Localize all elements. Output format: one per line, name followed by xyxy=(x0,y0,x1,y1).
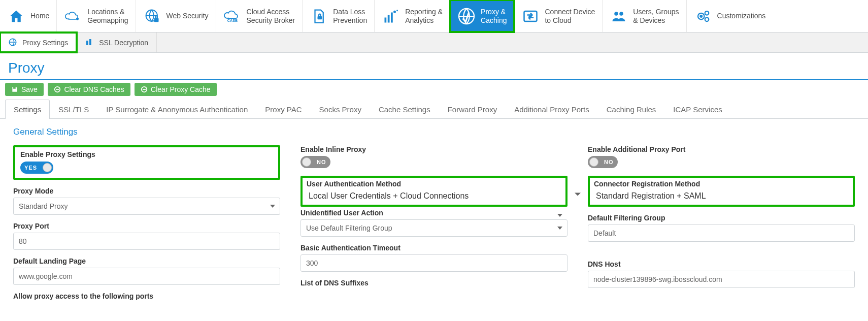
svg-rect-6 xyxy=(388,15,390,22)
enable-add-port-field: Enable Additional Proxy Port NO xyxy=(588,145,855,169)
sub-nav: Proxy Settings SSL Decryption xyxy=(0,33,868,53)
svg-rect-20 xyxy=(89,39,91,45)
nav-label: Customizations xyxy=(717,12,766,20)
enable-inline-toggle[interactable]: NO xyxy=(301,156,330,168)
minus-circle-icon xyxy=(141,86,148,93)
svg-rect-5 xyxy=(385,17,387,22)
nav-label: Proxy & Caching xyxy=(481,8,507,24)
proxy-mode-field: Proxy Mode Standard Proxy xyxy=(13,187,280,215)
allow-ports-field: Allow proxy access to the following port… xyxy=(13,292,280,300)
toggle-value: NO xyxy=(313,159,330,165)
nav-connect-device[interactable]: Connect Device to Cloud xyxy=(514,0,603,32)
connector-reg-value: Standard Registration + SAML xyxy=(594,190,849,202)
default-group-value[interactable]: Default xyxy=(588,224,855,242)
settings-tabs: Settings SSL/TLS IP Surrogate & Anonymou… xyxy=(0,99,868,119)
auth-method-label: User Authentication Method xyxy=(307,180,561,188)
nav-home[interactable]: Home xyxy=(0,0,57,32)
tab-ip-surrogate[interactable]: IP Surrogate & Anonymous Authentication xyxy=(97,100,256,119)
nav-label: Connect Device to Cloud xyxy=(545,8,595,24)
enable-inline-label: Enable Inline Proxy xyxy=(301,145,567,153)
dns-host-input[interactable] xyxy=(588,271,855,288)
svg-point-16 xyxy=(705,11,709,15)
tab-proxy-pac[interactable]: Proxy PAC xyxy=(256,100,310,119)
dns-suffixes-label: List of DNS Suffixes xyxy=(301,279,567,287)
unidentified-label: Unidentified User Action xyxy=(301,209,567,217)
ssl-icon xyxy=(85,38,95,48)
connector-reg-label: Connector Registration Method xyxy=(594,180,849,188)
toggle-value: NO xyxy=(600,159,618,165)
basic-timeout-input[interactable] xyxy=(301,254,567,272)
subtab-ssl-decryption[interactable]: SSL Decryption xyxy=(77,33,157,52)
nav-label: Locations & Geomapping xyxy=(87,8,128,24)
nav-reporting[interactable]: Reporting & Analytics xyxy=(375,0,450,32)
nav-dlp[interactable]: Data Loss Prevention xyxy=(303,0,375,32)
unidentified-field: Unidentified User Action Use Default Fil… xyxy=(301,209,567,237)
basic-timeout-field: Basic Authentication Timeout xyxy=(301,244,567,272)
proxy-port-input[interactable] xyxy=(13,233,280,250)
default-group-label: Default Filtering Group xyxy=(588,214,855,222)
home-icon xyxy=(7,7,25,25)
nav-customizations[interactable]: Customizations xyxy=(687,0,773,32)
tab-additional-ports[interactable]: Additional Proxy Ports xyxy=(506,100,598,119)
subtab-proxy-settings[interactable]: Proxy Settings xyxy=(0,33,77,52)
nav-proxy-caching[interactable]: Proxy & Caching xyxy=(450,0,514,32)
nav-label: Home xyxy=(30,12,49,20)
svg-rect-4 xyxy=(318,16,322,19)
button-label: Clear Proxy Cache xyxy=(151,85,211,93)
file-lock-icon xyxy=(310,7,328,25)
button-label: Save xyxy=(21,85,38,93)
svg-point-12 xyxy=(615,12,619,16)
tab-settings[interactable]: Settings xyxy=(5,100,50,119)
svg-rect-19 xyxy=(86,41,88,45)
nav-users-groups[interactable]: Users, Groups & Devices xyxy=(603,0,686,32)
tab-ssl-tls[interactable]: SSL/TLS xyxy=(50,100,97,119)
basic-timeout-label: Basic Authentication Timeout xyxy=(301,244,567,252)
gears-icon xyxy=(694,7,712,25)
nav-label: Cloud Access Security Broker xyxy=(247,8,295,24)
nav-locations[interactable]: Locations & Geomapping xyxy=(57,0,136,32)
column-left: Enable Proxy Settings YES Proxy Mode Sta… xyxy=(13,145,280,307)
nav-casb[interactable]: CASB Cloud Access Security Broker xyxy=(216,0,303,32)
subtab-label: SSL Decryption xyxy=(99,39,148,47)
connector-reg-highlight: Connector Registration Method Standard R… xyxy=(588,176,855,207)
default-group-field: Default Filtering Group Default xyxy=(588,214,855,242)
svg-point-15 xyxy=(700,15,702,17)
casb-icon: CASB xyxy=(223,7,242,25)
proxy-mode-select[interactable]: Standard Proxy xyxy=(13,198,280,215)
svg-point-9 xyxy=(396,10,398,11)
enable-proxy-highlight: Enable Proxy Settings YES xyxy=(13,145,280,180)
tab-cache-settings[interactable]: Cache Settings xyxy=(370,100,439,119)
landing-page-input[interactable] xyxy=(13,268,280,285)
allow-ports-label: Allow proxy access to the following port… xyxy=(13,292,280,300)
enable-proxy-toggle[interactable]: YES xyxy=(20,162,53,174)
minus-circle-icon xyxy=(54,86,61,93)
proxy-port-label: Proxy Port xyxy=(13,222,280,230)
nav-label: Data Loss Prevention xyxy=(333,8,367,24)
button-label: Clear DNS Caches xyxy=(64,85,124,93)
toggle-knob xyxy=(589,157,598,167)
auth-method-highlight: User Authentication Method Local User Cr… xyxy=(301,176,567,207)
unidentified-select[interactable]: Use Default Filtering Group xyxy=(301,219,567,237)
nav-label: Users, Groups & Devices xyxy=(633,8,679,24)
dns-host-field: DNS Host xyxy=(588,260,855,288)
svg-point-17 xyxy=(705,17,709,21)
tab-icap-services[interactable]: ICAP Services xyxy=(664,100,730,119)
enable-add-port-toggle[interactable]: NO xyxy=(588,156,618,168)
disk-icon xyxy=(11,86,18,93)
tab-socks-proxy[interactable]: Socks Proxy xyxy=(311,100,370,119)
nav-label: Web Security xyxy=(166,12,209,20)
clear-proxy-cache-button[interactable]: Clear Proxy Cache xyxy=(135,83,217,96)
tab-forward-proxy[interactable]: Forward Proxy xyxy=(439,100,506,119)
clear-dns-button[interactable]: Clear DNS Caches xyxy=(48,83,130,96)
save-button[interactable]: Save xyxy=(5,83,44,96)
enable-inline-field: Enable Inline Proxy NO xyxy=(301,145,567,169)
enable-add-port-label: Enable Additional Proxy Port xyxy=(588,145,855,153)
svg-rect-7 xyxy=(391,12,393,22)
top-nav: Home Locations & Geomapping Web Security… xyxy=(0,0,868,33)
nav-web-security[interactable]: Web Security xyxy=(136,0,216,32)
tab-caching-rules[interactable]: Caching Rules xyxy=(598,100,665,119)
dns-host-label: DNS Host xyxy=(588,260,855,268)
landing-page-label: Default Landing Page xyxy=(13,257,280,265)
cloud-pin-icon xyxy=(64,7,82,25)
toggle-knob xyxy=(302,157,311,167)
